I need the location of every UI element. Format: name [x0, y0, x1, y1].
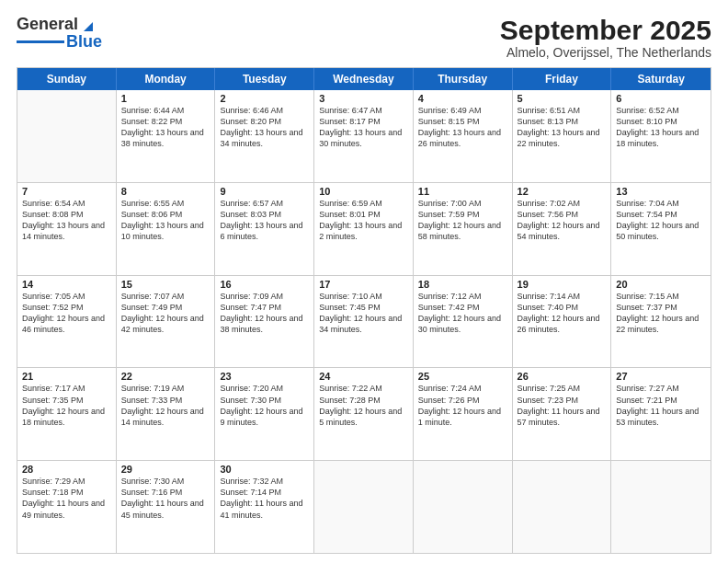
cell-info: Sunrise: 7:07 AMSunset: 7:49 PMDaylight:… [121, 291, 210, 336]
day-number: 14 [22, 279, 111, 290]
cell-info: Sunrise: 6:47 AMSunset: 8:17 PMDaylight:… [319, 105, 408, 150]
cal-cell-r0-c6: 6Sunrise: 6:52 AMSunset: 8:10 PMDaylight… [611, 90, 711, 182]
header-day-tuesday: Tuesday [215, 68, 314, 90]
cell-info: Sunrise: 7:19 AMSunset: 7:33 PMDaylight:… [121, 383, 210, 428]
cell-info: Sunrise: 7:05 AMSunset: 7:52 PMDaylight:… [22, 291, 111, 336]
cal-cell-r4-c1: 29Sunrise: 7:30 AMSunset: 7:16 PMDayligh… [117, 461, 216, 553]
cell-info: Sunrise: 7:12 AMSunset: 7:42 PMDaylight:… [418, 291, 507, 336]
day-number: 4 [418, 93, 507, 104]
cal-cell-r4-c6 [611, 461, 711, 553]
cal-cell-r4-c2: 30Sunrise: 7:32 AMSunset: 7:14 PMDayligh… [215, 461, 314, 553]
cal-cell-r2-c2: 16Sunrise: 7:09 AMSunset: 7:47 PMDayligh… [215, 276, 314, 368]
header-day-saturday: Saturday [611, 68, 711, 90]
cell-info: Sunrise: 7:32 AMSunset: 7:14 PMDaylight:… [220, 476, 309, 521]
day-number: 20 [616, 279, 706, 290]
day-number: 10 [319, 186, 408, 197]
day-number: 19 [518, 279, 607, 290]
day-number: 26 [518, 371, 607, 382]
cell-info: Sunrise: 7:25 AMSunset: 7:23 PMDaylight:… [518, 383, 607, 428]
cal-cell-r0-c4: 4Sunrise: 6:49 AMSunset: 8:15 PMDaylight… [414, 90, 513, 182]
cal-cell-r3-c1: 22Sunrise: 7:19 AMSunset: 7:33 PMDayligh… [117, 368, 216, 460]
header-day-monday: Monday [117, 68, 216, 90]
cell-info: Sunrise: 7:22 AMSunset: 7:28 PMDaylight:… [319, 383, 408, 428]
cal-cell-r3-c2: 23Sunrise: 7:20 AMSunset: 7:30 PMDayligh… [215, 368, 314, 460]
logo: General Blue [17, 15, 102, 52]
cal-cell-r2-c4: 18Sunrise: 7:12 AMSunset: 7:42 PMDayligh… [414, 276, 513, 368]
cell-info: Sunrise: 6:54 AMSunset: 8:08 PMDaylight:… [22, 198, 111, 243]
day-number: 6 [616, 93, 706, 104]
calendar-body: 1Sunrise: 6:44 AMSunset: 8:22 PMDaylight… [17, 90, 711, 553]
cell-info: Sunrise: 7:00 AMSunset: 7:59 PMDaylight:… [418, 198, 507, 243]
cal-cell-r0-c0 [17, 90, 117, 182]
cell-info: Sunrise: 7:17 AMSunset: 7:35 PMDaylight:… [22, 383, 111, 428]
cal-cell-r4-c5 [513, 461, 612, 553]
cal-cell-r1-c1: 8Sunrise: 6:55 AMSunset: 8:06 PMDaylight… [117, 183, 216, 275]
cal-cell-r1-c0: 7Sunrise: 6:54 AMSunset: 8:08 PMDaylight… [17, 183, 117, 275]
day-number: 30 [220, 464, 309, 475]
day-number: 8 [121, 186, 210, 197]
svg-marker-0 [84, 22, 93, 31]
cell-info: Sunrise: 7:14 AMSunset: 7:40 PMDaylight:… [518, 291, 607, 336]
day-number: 1 [121, 93, 210, 104]
header-day-friday: Friday [513, 68, 612, 90]
month-year: September 2025 [500, 15, 711, 45]
cal-cell-r1-c6: 13Sunrise: 7:04 AMSunset: 7:54 PMDayligh… [611, 183, 711, 275]
cal-cell-r2-c3: 17Sunrise: 7:10 AMSunset: 7:45 PMDayligh… [314, 276, 414, 368]
cal-cell-r1-c5: 12Sunrise: 7:02 AMSunset: 7:56 PMDayligh… [513, 183, 612, 275]
logo-blue: Blue [66, 32, 102, 52]
day-number: 28 [22, 464, 111, 475]
day-number: 23 [220, 371, 309, 382]
cal-cell-r0-c5: 5Sunrise: 6:51 AMSunset: 8:13 PMDaylight… [513, 90, 612, 182]
cal-cell-r3-c6: 27Sunrise: 7:27 AMSunset: 7:21 PMDayligh… [611, 368, 711, 460]
cal-cell-r4-c3 [314, 461, 414, 553]
day-number: 12 [518, 186, 607, 197]
cal-cell-r3-c3: 24Sunrise: 7:22 AMSunset: 7:28 PMDayligh… [314, 368, 414, 460]
cell-info: Sunrise: 7:04 AMSunset: 7:54 PMDaylight:… [616, 198, 706, 243]
logo-general: General [17, 15, 78, 34]
day-number: 29 [121, 464, 210, 475]
cell-info: Sunrise: 6:55 AMSunset: 8:06 PMDaylight:… [121, 198, 210, 243]
cell-info: Sunrise: 6:51 AMSunset: 8:13 PMDaylight:… [518, 105, 607, 150]
calendar: SundayMondayTuesdayWednesdayThursdayFrid… [17, 67, 711, 554]
day-number: 2 [220, 93, 309, 104]
cell-info: Sunrise: 7:10 AMSunset: 7:45 PMDaylight:… [319, 291, 408, 336]
day-number: 3 [319, 93, 408, 104]
day-number: 5 [518, 93, 607, 104]
cell-info: Sunrise: 7:27 AMSunset: 7:21 PMDaylight:… [616, 383, 706, 428]
cal-row-3: 21Sunrise: 7:17 AMSunset: 7:35 PMDayligh… [17, 367, 711, 460]
cell-info: Sunrise: 6:59 AMSunset: 8:01 PMDaylight:… [319, 198, 408, 243]
header-day-wednesday: Wednesday [314, 68, 414, 90]
cal-cell-r1-c2: 9Sunrise: 6:57 AMSunset: 8:03 PMDaylight… [215, 183, 314, 275]
cal-row-1: 7Sunrise: 6:54 AMSunset: 8:08 PMDaylight… [17, 182, 711, 275]
day-number: 18 [418, 279, 507, 290]
cal-cell-r0-c3: 3Sunrise: 6:47 AMSunset: 8:17 PMDaylight… [314, 90, 414, 182]
cal-cell-r2-c5: 19Sunrise: 7:14 AMSunset: 7:40 PMDayligh… [513, 276, 612, 368]
cell-info: Sunrise: 7:29 AMSunset: 7:18 PMDaylight:… [22, 476, 111, 521]
cell-info: Sunrise: 7:09 AMSunset: 7:47 PMDaylight:… [220, 291, 309, 336]
cal-cell-r3-c0: 21Sunrise: 7:17 AMSunset: 7:35 PMDayligh… [17, 368, 117, 460]
day-number: 25 [418, 371, 507, 382]
cal-cell-r0-c1: 1Sunrise: 6:44 AMSunset: 8:22 PMDaylight… [117, 90, 216, 182]
cal-cell-r1-c4: 11Sunrise: 7:00 AMSunset: 7:59 PMDayligh… [414, 183, 513, 275]
day-number: 21 [22, 371, 111, 382]
day-number: 24 [319, 371, 408, 382]
cal-cell-r4-c4 [414, 461, 513, 553]
title-block: September 2025 Almelo, Overijssel, The N… [500, 15, 711, 60]
day-number: 16 [220, 279, 309, 290]
cal-cell-r1-c3: 10Sunrise: 6:59 AMSunset: 8:01 PMDayligh… [314, 183, 414, 275]
cell-info: Sunrise: 7:30 AMSunset: 7:16 PMDaylight:… [121, 476, 210, 521]
cell-info: Sunrise: 6:44 AMSunset: 8:22 PMDaylight:… [121, 105, 210, 150]
cal-cell-r3-c5: 26Sunrise: 7:25 AMSunset: 7:23 PMDayligh… [513, 368, 612, 460]
cell-info: Sunrise: 6:46 AMSunset: 8:20 PMDaylight:… [220, 105, 309, 150]
day-number: 17 [319, 279, 408, 290]
cal-cell-r2-c6: 20Sunrise: 7:15 AMSunset: 7:37 PMDayligh… [611, 276, 711, 368]
cell-info: Sunrise: 6:49 AMSunset: 8:15 PMDaylight:… [418, 105, 507, 150]
day-number: 22 [121, 371, 210, 382]
day-number: 9 [220, 186, 309, 197]
cal-cell-r2-c0: 14Sunrise: 7:05 AMSunset: 7:52 PMDayligh… [17, 276, 117, 368]
cell-info: Sunrise: 6:57 AMSunset: 8:03 PMDaylight:… [220, 198, 309, 243]
location: Almelo, Overijssel, The Netherlands [500, 45, 711, 60]
logo-line [17, 40, 64, 43]
day-number: 11 [418, 186, 507, 197]
day-number: 13 [616, 186, 706, 197]
